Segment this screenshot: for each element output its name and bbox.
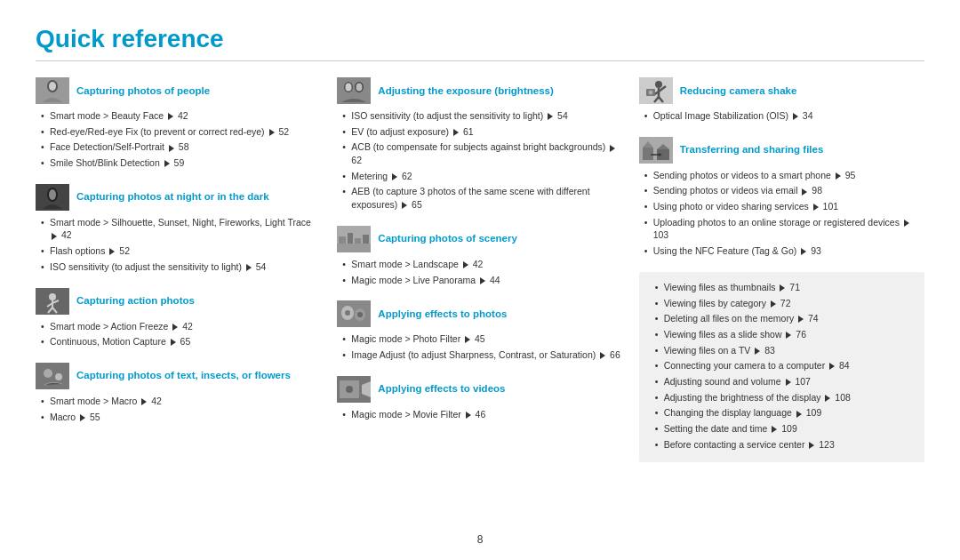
list-item: Magic mode > Movie Filter 46 xyxy=(342,408,622,421)
section-action-header: Capturing action photos xyxy=(36,288,321,315)
list-item: Image Adjust (to adjust Sharpness, Contr… xyxy=(342,348,622,362)
column-3: Reducing camera shake Optical Image Stab… xyxy=(639,77,924,462)
section-night-title: Capturing photos at night or in the dark xyxy=(76,190,269,204)
list-item: Sending photos or videos via email 98 xyxy=(644,184,924,197)
list-item: Using photo or video sharing services 10… xyxy=(644,200,924,213)
list-item: Flash options 52 xyxy=(41,244,321,258)
list-item: Macro 55 xyxy=(41,411,321,424)
svg-point-37 xyxy=(655,81,662,88)
section-shake-header: Reducing camera shake xyxy=(639,77,924,104)
svg-point-7 xyxy=(49,293,56,300)
page: Quick reference Capturing xyxy=(0,0,960,560)
list-item: Smart mode > Macro 42 xyxy=(41,395,321,408)
column-2: Adjusting the exposure (brightness) ISO … xyxy=(337,77,638,462)
section-exposure-list: ISO sensitivity (to adjust the sensitivi… xyxy=(337,109,622,212)
section-exposure-header: Adjusting the exposure (brightness) xyxy=(337,77,622,104)
effects-icon xyxy=(337,300,371,327)
list-item: Red-eye/Red-eye Fix (to prevent or corre… xyxy=(41,125,321,139)
section-people-title: Capturing photos of people xyxy=(76,84,210,98)
section-transfer-list: Sending photos or videos to a smart phon… xyxy=(639,169,924,258)
list-item: Using the NFC Feature (Tag & Go) 93 xyxy=(644,244,924,258)
svg-point-2 xyxy=(49,82,56,91)
section-action-list: Smart mode > Action Freeze 42 Continuous… xyxy=(36,320,321,348)
svg-point-31 xyxy=(357,312,363,317)
section-video-effects: Applying effects to videos Magic mode > … xyxy=(337,376,622,421)
section-effects-list: Magic mode > Photo Filter 45 Image Adjus… xyxy=(337,332,622,361)
section-people-list: Smart mode > Beauty Face 42 Red-eye/Red-… xyxy=(36,109,321,170)
macro-icon xyxy=(36,363,69,389)
section-transfer-header: Transferring and sharing files xyxy=(639,137,924,164)
svg-point-15 xyxy=(55,373,62,380)
section-night: Capturing photos at night or in the dark… xyxy=(36,184,321,274)
list-item: Adjusting the brightness of the display … xyxy=(655,391,914,404)
svg-point-5 xyxy=(49,189,56,200)
section-macro-title: Capturing photos of text, insects, or fl… xyxy=(76,369,291,382)
section-macro-list: Smart mode > Macro 42 Macro 55 xyxy=(36,395,321,423)
svg-point-44 xyxy=(648,91,652,95)
column-1: Capturing photos of people Smart mode > … xyxy=(36,77,337,462)
svg-point-30 xyxy=(345,310,350,316)
list-item: Uploading photos to an online storage or… xyxy=(644,216,924,242)
night-icon xyxy=(36,184,69,211)
svg-rect-13 xyxy=(36,363,69,389)
page-title: Quick reference xyxy=(36,25,924,53)
list-item: Viewing files by category 72 xyxy=(655,297,914,310)
section-macro-header: Capturing photos of text, insects, or fl… xyxy=(36,363,321,389)
section-shake: Reducing camera shake Optical Image Stab… xyxy=(639,77,924,123)
exposure-icon xyxy=(337,77,371,104)
section-video-effects-title: Applying effects to videos xyxy=(378,382,505,396)
list-item: ISO sensitivity (to adjust the sensitivi… xyxy=(342,109,622,123)
list-item: Setting the date and time 109 xyxy=(655,422,914,436)
list-item: Before contacting a service center 123 xyxy=(655,438,914,452)
list-item: Metering 62 xyxy=(342,170,622,183)
list-item: Magic mode > Photo Filter 45 xyxy=(342,332,622,346)
svg-point-20 xyxy=(356,84,363,92)
list-item: Face Detection/Self-Portrait 58 xyxy=(41,140,321,154)
section-scenery: Capturing photos of scenery Smart mode >… xyxy=(337,226,622,286)
section-effects: Applying effects to photos Magic mode > … xyxy=(337,300,622,361)
list-item: ACB (to compensate for subjects against … xyxy=(342,140,622,166)
video-effects-icon xyxy=(337,376,371,403)
list-item: Viewing files as a slide show 76 xyxy=(655,328,914,341)
page-number: 8 xyxy=(477,533,484,546)
svg-point-18 xyxy=(346,84,352,92)
scenery-icon xyxy=(337,226,371,252)
svg-point-35 xyxy=(346,386,353,393)
content-columns: Capturing photos of people Smart mode > … xyxy=(36,77,924,462)
section-shake-title: Reducing camera shake xyxy=(680,84,797,98)
section-effects-header: Applying effects to photos xyxy=(337,300,622,327)
section-action: Capturing action photos Smart mode > Act… xyxy=(36,288,321,348)
section-effects-title: Applying effects to photos xyxy=(378,308,507,321)
list-item: Continuous, Motion Capture 65 xyxy=(41,335,321,348)
list-item: Magic mode > Live Panorama 44 xyxy=(342,274,622,287)
list-item: ISO sensitivity (to adjust the sensitivi… xyxy=(41,260,321,274)
section-transfer: Transferring and sharing files Sending p… xyxy=(639,137,924,258)
section-scenery-header: Capturing photos of scenery xyxy=(337,226,622,252)
shake-icon xyxy=(639,77,673,104)
list-item: Adjusting sound and volume 107 xyxy=(655,375,914,388)
people-icon xyxy=(36,77,69,104)
section-scenery-title: Capturing photos of scenery xyxy=(378,232,517,245)
list-item: Viewing files on a TV 83 xyxy=(655,344,914,357)
gray-box-list: Viewing files as thumbnails 71 Viewing f… xyxy=(650,281,914,452)
section-exposure-title: Adjusting the exposure (brightness) xyxy=(378,84,553,98)
section-video-effects-header: Applying effects to videos xyxy=(337,376,622,403)
list-item: EV (to adjust exposure) 61 xyxy=(342,125,622,139)
list-item: Optical Image Stabilization (OIS) 34 xyxy=(644,109,924,123)
list-item: Smart mode > Action Freeze 42 xyxy=(41,320,321,333)
list-item: Smart mode > Silhouette, Sunset, Night, … xyxy=(41,216,321,242)
list-item: Sending photos or videos to a smart phon… xyxy=(644,169,924,182)
divider xyxy=(36,60,924,61)
section-video-effects-list: Magic mode > Movie Filter 46 xyxy=(337,408,622,421)
svg-rect-46 xyxy=(643,148,653,160)
section-transfer-title: Transferring and sharing files xyxy=(680,143,824,156)
section-night-header: Capturing photos at night or in the dark xyxy=(36,184,321,211)
section-shake-list: Optical Image Stabilization (OIS) 34 xyxy=(639,109,924,123)
section-action-title: Capturing action photos xyxy=(76,294,195,308)
list-item: Connecting your camera to a computer 84 xyxy=(655,359,914,372)
section-scenery-list: Smart mode > Landscape 42 Magic mode > L… xyxy=(337,258,622,286)
section-people-header: Capturing photos of people xyxy=(36,77,321,104)
list-item: Changing the display language 109 xyxy=(655,406,914,420)
action-icon xyxy=(36,288,69,315)
svg-point-14 xyxy=(44,369,52,378)
